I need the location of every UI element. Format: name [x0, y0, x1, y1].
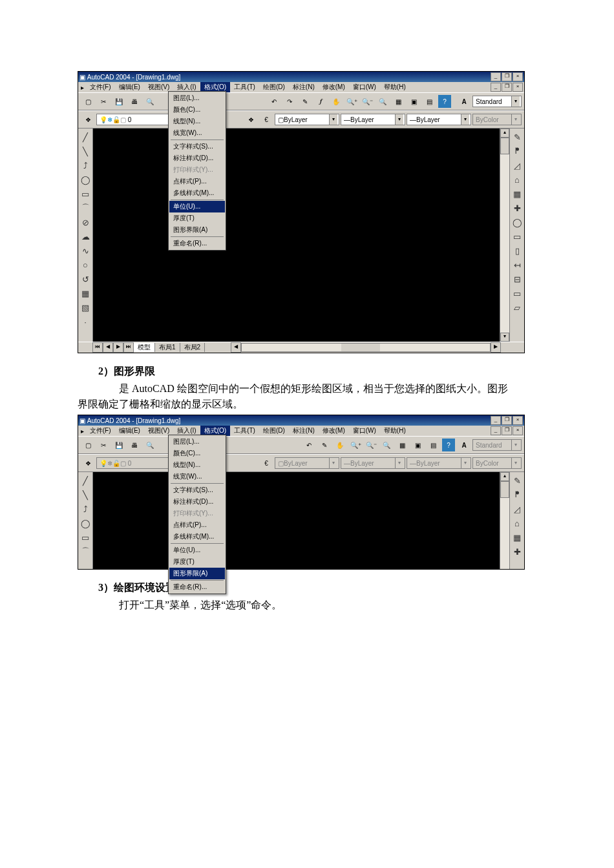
zoom-plus-icon[interactable]: 🔍⁺ [348, 438, 363, 452]
erase-icon[interactable]: ✎ [511, 131, 523, 143]
break-icon[interactable]: ▭ [511, 287, 523, 299]
tab-layout2[interactable]: 布局2 [180, 343, 206, 352]
mi-color[interactable]: 颜色(C)... [169, 104, 225, 116]
mi-lineweight[interactable]: 线宽(W)... [169, 471, 225, 482]
doc-close-button[interactable]: × [513, 83, 523, 92]
polygon-icon[interactable]: ◯ [79, 174, 91, 185]
mi-dimstyle[interactable]: 标注样式(D)... [169, 496, 225, 508]
doc-minimize-button[interactable]: _ [491, 83, 501, 92]
mi-thickness[interactable]: 厚度(T) [169, 556, 225, 568]
color-icon[interactable]: € [259, 456, 273, 470]
zoom-plus-icon[interactable]: 🔍⁺ [344, 94, 359, 108]
save-icon[interactable]: 💾 [112, 438, 126, 452]
doc-close-button[interactable]: × [513, 426, 523, 435]
properties-icon[interactable]: ▦ [391, 94, 405, 108]
layer-prev-icon[interactable]: ❖ [244, 112, 258, 127]
menu-modify[interactable]: 修改(M) [319, 82, 349, 92]
color-icon[interactable]: € [259, 112, 273, 127]
menu-tools[interactable]: 工具(T) [230, 82, 259, 92]
array-icon[interactable]: ▦ [511, 188, 523, 200]
menu-window[interactable]: 窗口(W) [349, 426, 380, 436]
rectangle-icon[interactable]: ▭ [79, 532, 91, 543]
close-button[interactable]: × [513, 72, 523, 81]
rectangle-icon[interactable]: ▭ [79, 188, 91, 200]
pan-icon[interactable]: ✋ [329, 94, 343, 108]
tab-next[interactable]: ▶ [113, 342, 123, 353]
menu-modify[interactable]: 修改(M) [319, 426, 349, 436]
zoom-minus-icon[interactable]: 🔍⁻ [360, 94, 374, 108]
design-icon[interactable]: ▣ [410, 438, 425, 452]
menu-edit[interactable]: 编辑(E) [115, 82, 144, 92]
trim-icon[interactable]: ↤ [511, 259, 523, 271]
redo-icon[interactable]: ↷ [282, 94, 297, 108]
properties-icon[interactable]: ▦ [395, 438, 409, 452]
offset-icon[interactable]: ⌂ [511, 174, 523, 185]
mi-limits[interactable]: 图形界限(A) [169, 568, 225, 579]
line-icon[interactable]: ╱ [79, 131, 91, 143]
pan-icon[interactable]: ✋ [333, 438, 347, 452]
menu-dimension[interactable]: 标注(N) [289, 82, 319, 92]
mi-pointstyle[interactable]: 点样式(P)... [169, 519, 225, 531]
mi-layer[interactable]: 图层(L)... [169, 436, 225, 448]
menu-help[interactable]: 帮助(H) [380, 426, 410, 436]
zoom-minus-icon[interactable]: 🔍⁻ [364, 438, 378, 452]
open-icon[interactable]: ✂ [96, 94, 111, 108]
textstyle-combo[interactable]: Standard [472, 96, 522, 107]
minimize-button[interactable]: _ [491, 72, 501, 81]
array-icon[interactable]: ▦ [511, 532, 523, 543]
layers-icon[interactable]: ❖ [81, 112, 95, 127]
mi-thickness[interactable]: 厚度(T) [169, 212, 225, 224]
extend-icon[interactable]: ⊟ [511, 273, 523, 285]
ellipse-arc-icon[interactable]: ↺ [79, 273, 91, 285]
design-icon[interactable]: ▣ [407, 94, 421, 108]
xline-icon[interactable]: ╲ [79, 145, 91, 157]
stretch-icon[interactable]: ▯ [511, 245, 523, 256]
color-combo[interactable]: ▢ ByLayer [275, 457, 339, 469]
print-icon[interactable]: 🖶 [127, 94, 142, 108]
zoom-window-icon[interactable]: 🔍 [379, 438, 394, 452]
mirror-icon[interactable]: ◿ [511, 503, 523, 515]
maximize-button[interactable]: ❐ [502, 72, 512, 81]
mi-pointstyle[interactable]: 点样式(P)... [169, 176, 225, 187]
doc-minimize-button[interactable]: _ [491, 426, 501, 435]
textstyle-icon[interactable]: A [457, 438, 471, 452]
tool-pal-icon[interactable]: ▤ [426, 438, 440, 452]
tab-last[interactable]: ⏭ [123, 342, 134, 353]
mi-dimstyle[interactable]: 标注样式(D)... [169, 152, 225, 164]
scale-icon[interactable]: ▭ [511, 231, 523, 242]
help-icon[interactable]: ? [441, 438, 456, 452]
chamfer-icon[interactable]: ▱ [511, 302, 523, 313]
vscroll-2[interactable]: ▴ [500, 472, 509, 569]
close-button[interactable]: × [513, 416, 523, 425]
pline-icon[interactable]: ⤴ [79, 160, 91, 171]
minimize-button[interactable]: _ [491, 416, 501, 425]
mi-mlinestyle[interactable]: 多线样式(M)... [169, 531, 225, 542]
spline-icon[interactable]: ∿ [79, 245, 91, 256]
new-icon[interactable]: ▢ [81, 94, 95, 108]
erase-icon[interactable]: ✎ [511, 475, 523, 486]
color-combo[interactable]: ▢ ByLayer [275, 114, 339, 125]
mi-textstyle[interactable]: 文字样式(S)... [169, 141, 225, 152]
menu-window[interactable]: 窗口(W) [349, 82, 380, 92]
mi-mlinestyle[interactable]: 多线样式(M)... [169, 187, 225, 199]
tab-model[interactable]: 模型 [134, 343, 155, 352]
maximize-button[interactable]: ❐ [502, 416, 512, 425]
polygon-icon[interactable]: ◯ [79, 517, 91, 529]
vscroll[interactable]: ▴ ▾ [500, 129, 509, 342]
arc-icon[interactable]: ⌒ [79, 202, 91, 214]
tab-layout1[interactable]: 布局1 [155, 343, 180, 352]
pline-icon[interactable]: ⤴ [79, 503, 91, 515]
save-icon[interactable]: 💾 [112, 94, 126, 108]
menu-draw[interactable]: 绘图(D) [259, 426, 289, 436]
mi-units[interactable]: 单位(U)... [169, 544, 225, 556]
insert-block-icon[interactable]: ▦ [79, 287, 91, 299]
mi-linetype[interactable]: 线型(N)... [169, 116, 225, 127]
match-icon[interactable]: ✎ [298, 94, 312, 108]
lineweight-combo[interactable]: — ByLayer [407, 114, 471, 125]
rotate-icon[interactable]: ◯ [511, 216, 523, 228]
ellipse-icon[interactable]: ○ [79, 259, 91, 271]
arc-icon[interactable]: ⌒ [79, 546, 91, 557]
menu-dimension[interactable]: 标注(N) [289, 426, 319, 436]
mi-linetype[interactable]: 线型(N)... [169, 459, 225, 471]
menu-tools[interactable]: 工具(T) [230, 426, 259, 436]
